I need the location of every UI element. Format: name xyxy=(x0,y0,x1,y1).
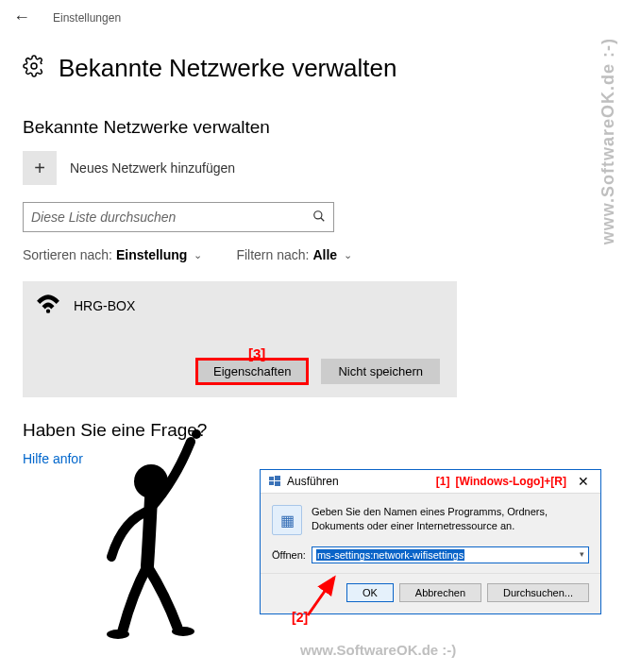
svg-rect-9 xyxy=(269,481,274,485)
windows-icon xyxy=(268,475,281,488)
ok-button[interactable]: OK xyxy=(346,583,394,602)
annotation-arrow xyxy=(304,572,342,619)
page-title: Bekannte Netzwerke verwalten xyxy=(59,54,396,83)
run-open-input[interactable]: ms-settings:network-wifisettings ▾ xyxy=(312,546,589,563)
watermark-horizontal: www.SoftwareOK.de :-) xyxy=(300,642,456,658)
watermark-vertical: www.SoftwareOK.de :-) xyxy=(599,38,618,244)
chevron-down-icon: ⌄ xyxy=(194,249,202,261)
sort-dropdown[interactable]: Sortieren nach: Einstellung ⌄ xyxy=(23,247,202,262)
annotation-marker-1: [1] xyxy=(436,475,450,488)
add-network-button[interactable]: + Neues Netzwerk hinzufügen xyxy=(23,151,601,185)
header-title: Einstellungen xyxy=(53,11,121,25)
filter-label: Filtern nach: xyxy=(236,247,309,262)
sort-label: Sortieren nach: xyxy=(23,247,112,262)
cancel-button[interactable]: Abbrechen xyxy=(399,583,481,602)
network-name: HRG-BOX xyxy=(74,298,135,313)
svg-line-11 xyxy=(308,578,334,615)
run-app-icon: ▦ xyxy=(272,505,302,535)
section-title: Bekannte Netzwerke verwalten xyxy=(23,117,601,138)
filter-value: Alle xyxy=(312,247,337,262)
run-dialog-titlebar[interactable]: Ausführen [1] [Windows-Logo]+[R] ✕ xyxy=(261,470,600,494)
forget-button[interactable]: Nicht speichern xyxy=(321,359,440,384)
filter-dropdown[interactable]: Filtern nach: Alle ⌄ xyxy=(236,247,352,262)
svg-point-6 xyxy=(172,627,194,636)
back-arrow-icon[interactable]: ← xyxy=(13,8,30,27)
chevron-down-icon: ⌄ xyxy=(344,249,352,261)
plus-icon: + xyxy=(23,151,57,185)
close-icon[interactable]: ✕ xyxy=(574,474,593,489)
svg-line-2 xyxy=(321,217,325,221)
gear-icon xyxy=(23,55,45,83)
question-title: Haben Sie eine Frage? xyxy=(23,420,601,441)
run-open-value: ms-settings:network-wifisettings xyxy=(316,549,464,561)
svg-point-0 xyxy=(31,63,37,69)
run-dialog-title: Ausführen xyxy=(287,475,430,488)
annotation-marker-3: [3] xyxy=(248,345,265,361)
sort-value: Einstellung xyxy=(116,247,187,262)
chevron-down-icon[interactable]: ▾ xyxy=(576,549,584,559)
search-icon xyxy=(312,210,326,226)
run-open-label: Öffnen: xyxy=(272,549,306,561)
properties-button[interactable]: Eigenschaften xyxy=(196,359,308,384)
help-link[interactable]: Hilfe anfor xyxy=(23,451,83,466)
annotation-shortcut: [Windows-Logo]+[R] xyxy=(455,475,566,488)
wifi-icon xyxy=(36,293,60,319)
add-network-label: Neues Netzwerk hinzufügen xyxy=(70,160,235,176)
annotation-marker-2: [2] xyxy=(292,610,308,625)
svg-point-1 xyxy=(314,210,322,218)
browse-button[interactable]: Durchsuchen... xyxy=(487,583,589,602)
svg-rect-10 xyxy=(275,481,280,486)
svg-rect-7 xyxy=(269,477,274,480)
search-input[interactable]: Diese Liste durchsuchen xyxy=(23,202,334,232)
run-dialog-description: Geben Sie den Namen eines Programms, Ord… xyxy=(312,505,589,535)
svg-rect-8 xyxy=(275,476,280,480)
svg-point-5 xyxy=(107,630,129,639)
search-placeholder: Diese Liste durchsuchen xyxy=(31,210,312,225)
network-list-item[interactable]: HRG-BOX Eigenschaften Nicht speichern xyxy=(23,281,457,397)
svg-point-3 xyxy=(134,464,168,498)
